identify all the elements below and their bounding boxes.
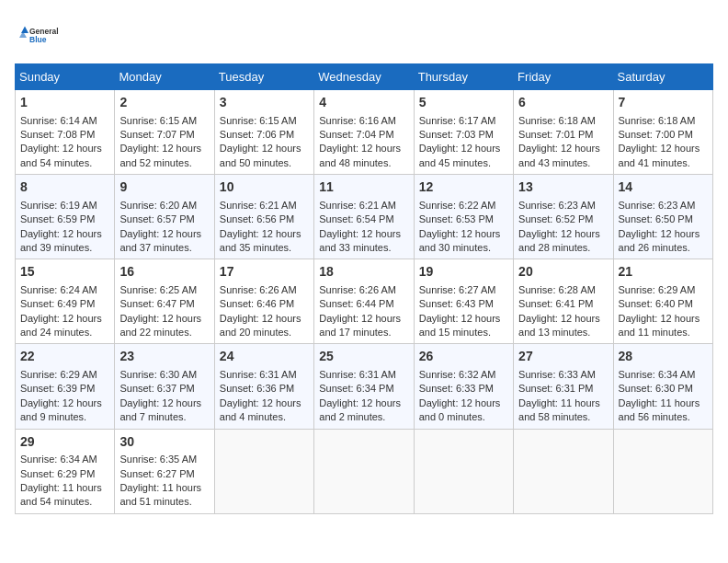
day-info: and 22 minutes.	[119, 326, 209, 339]
day-info: and 35 minutes.	[220, 241, 309, 255]
day-info: Sunrise: 6:23 AM	[619, 199, 708, 213]
calendar-cell: 24Sunrise: 6:31 AMSunset: 6:36 PMDayligh…	[214, 344, 313, 429]
day-number: 2	[119, 94, 209, 112]
day-info: Sunrise: 6:21 AM	[319, 199, 408, 213]
calendar-cell: 6Sunrise: 6:18 AMSunset: 7:01 PMDaylight…	[514, 90, 613, 175]
day-info: Sunset: 6:50 PM	[619, 213, 708, 226]
day-info: Daylight: 12 hours	[518, 142, 608, 155]
day-number: 25	[319, 348, 408, 366]
day-number: 3	[220, 94, 309, 112]
day-info: and 56 minutes.	[619, 410, 708, 424]
day-number: 18	[319, 263, 408, 282]
day-info: and 28 minutes.	[518, 241, 608, 255]
day-info: Sunset: 6:41 PM	[518, 297, 608, 311]
day-info: and 26 minutes.	[619, 241, 708, 255]
week-row-1: 1Sunrise: 6:14 AMSunset: 7:08 PMDaylight…	[16, 90, 713, 175]
day-info: Sunrise: 6:32 AM	[419, 368, 508, 382]
calendar-cell: 18Sunrise: 6:26 AMSunset: 6:44 PMDayligh…	[314, 259, 414, 344]
day-number: 17	[220, 263, 309, 282]
week-row-2: 8Sunrise: 6:19 AMSunset: 6:59 PMDaylight…	[16, 175, 713, 259]
day-number: 15	[20, 263, 109, 282]
day-info: and 41 minutes.	[619, 156, 708, 170]
day-number: 26	[419, 348, 508, 366]
week-row-5: 29Sunrise: 6:34 AMSunset: 6:29 PMDayligh…	[16, 429, 713, 513]
day-info: Sunset: 7:00 PM	[619, 128, 708, 142]
day-info: Daylight: 12 hours	[20, 142, 109, 155]
day-info: Daylight: 12 hours	[419, 312, 508, 326]
day-info: and 20 minutes.	[220, 326, 309, 339]
calendar-cell	[514, 429, 613, 513]
day-number: 24	[220, 348, 309, 366]
day-info: Sunrise: 6:31 AM	[319, 368, 408, 382]
day-number: 14	[619, 178, 708, 197]
day-info: Daylight: 11 hours	[20, 481, 109, 495]
day-info: and 15 minutes.	[419, 326, 508, 339]
day-info: and 9 minutes.	[20, 410, 109, 424]
day-number: 22	[20, 348, 109, 366]
day-info: Daylight: 12 hours	[619, 312, 708, 326]
day-info: Daylight: 12 hours	[119, 227, 209, 241]
day-number: 10	[220, 178, 309, 197]
day-info: Sunrise: 6:33 AM	[518, 368, 608, 382]
day-info: and 58 minutes.	[518, 410, 608, 424]
day-info: Sunrise: 6:29 AM	[619, 283, 708, 297]
calendar-cell: 28Sunrise: 6:34 AMSunset: 6:30 PMDayligh…	[613, 344, 712, 429]
calendar-cell: 12Sunrise: 6:22 AMSunset: 6:53 PMDayligh…	[414, 175, 513, 259]
day-info: Sunrise: 6:29 AM	[20, 368, 109, 382]
calendar-cell: 26Sunrise: 6:32 AMSunset: 6:33 PMDayligh…	[414, 344, 513, 429]
day-number: 8	[20, 178, 109, 197]
day-info: Sunset: 6:30 PM	[619, 382, 708, 396]
day-header-sunday: Sunday	[16, 64, 115, 90]
day-info: and 4 minutes.	[220, 410, 309, 424]
day-info: Daylight: 12 hours	[419, 142, 508, 155]
calendar-cell	[613, 429, 712, 513]
calendar-cell: 27Sunrise: 6:33 AMSunset: 6:31 PMDayligh…	[514, 344, 613, 429]
day-info: Sunrise: 6:21 AM	[220, 199, 309, 213]
calendar-cell: 23Sunrise: 6:30 AMSunset: 6:37 PMDayligh…	[115, 344, 214, 429]
day-number: 13	[518, 178, 608, 197]
day-info: Sunset: 6:34 PM	[319, 382, 408, 396]
day-number: 1	[20, 94, 109, 112]
day-info: Sunset: 6:36 PM	[220, 382, 309, 396]
day-info: Sunset: 7:07 PM	[119, 128, 209, 142]
day-info: and 37 minutes.	[119, 241, 209, 255]
calendar-table: SundayMondayTuesdayWednesdayThursdayFrid…	[15, 63, 713, 514]
calendar-cell: 29Sunrise: 6:34 AMSunset: 6:29 PMDayligh…	[16, 429, 115, 513]
day-info: Daylight: 12 hours	[220, 312, 309, 326]
day-info: Sunset: 6:43 PM	[419, 297, 508, 311]
day-info: Sunset: 7:03 PM	[419, 128, 508, 142]
day-number: 16	[119, 263, 209, 282]
calendar-cell: 15Sunrise: 6:24 AMSunset: 6:49 PMDayligh…	[16, 259, 115, 344]
day-header-thursday: Thursday	[414, 64, 513, 90]
day-info: Sunrise: 6:18 AM	[518, 114, 608, 128]
day-info: Sunset: 6:40 PM	[619, 297, 708, 311]
day-info: Sunrise: 6:18 AM	[619, 114, 708, 128]
day-info: and 17 minutes.	[319, 326, 408, 339]
day-info: Daylight: 12 hours	[619, 142, 708, 155]
day-info: Sunset: 6:56 PM	[220, 213, 309, 226]
day-info: Sunset: 6:47 PM	[119, 297, 209, 311]
day-info: Sunset: 6:33 PM	[419, 382, 508, 396]
calendar-cell: 14Sunrise: 6:23 AMSunset: 6:50 PMDayligh…	[613, 175, 712, 259]
day-info: Sunset: 6:53 PM	[419, 213, 508, 226]
day-info: Sunrise: 6:16 AM	[319, 114, 408, 128]
calendar-cell: 16Sunrise: 6:25 AMSunset: 6:47 PMDayligh…	[115, 259, 214, 344]
logo-svg: General Blue	[15, 15, 65, 56]
day-info: Sunset: 6:46 PM	[220, 297, 309, 311]
day-info: and 43 minutes.	[518, 156, 608, 170]
day-info: Sunrise: 6:19 AM	[20, 199, 109, 213]
day-number: 12	[419, 178, 508, 197]
day-info: Sunrise: 6:26 AM	[319, 283, 408, 297]
svg-marker-2	[21, 27, 28, 34]
day-info: and 50 minutes.	[220, 156, 309, 170]
day-info: Sunset: 7:04 PM	[319, 128, 408, 142]
day-info: Sunrise: 6:25 AM	[119, 283, 209, 297]
day-header-tuesday: Tuesday	[214, 64, 313, 90]
day-number: 27	[518, 348, 608, 366]
day-info: Sunset: 7:01 PM	[518, 128, 608, 142]
day-info: Daylight: 12 hours	[619, 227, 708, 241]
calendar-cell: 5Sunrise: 6:17 AMSunset: 7:03 PMDaylight…	[414, 90, 513, 175]
day-info: and 24 minutes.	[20, 326, 109, 339]
day-info: Daylight: 12 hours	[220, 396, 309, 410]
day-info: Sunset: 7:06 PM	[220, 128, 309, 142]
